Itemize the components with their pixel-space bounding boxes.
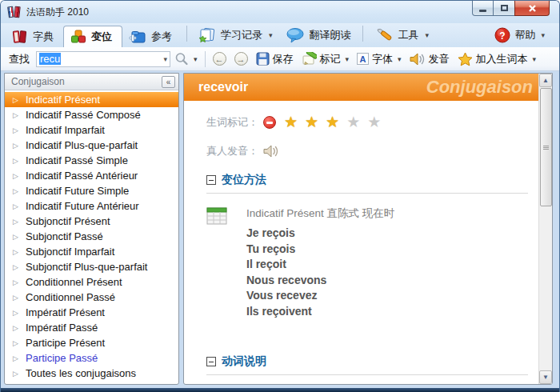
sidebar-item-label: Participe Présent (26, 337, 105, 349)
tools-button[interactable]: 工具 ▾ (368, 25, 436, 46)
font-label: 字体 (372, 52, 393, 66)
thumb-grip-icon (543, 145, 549, 150)
triangle-icon: ▷ (13, 142, 26, 150)
tools-label: 工具 (398, 28, 419, 42)
maximize-icon (501, 5, 508, 11)
rating-star[interactable]: ★ (367, 116, 383, 129)
content-area: Conjugaison « ▷Indicatif Présent ▷Indica… (1, 71, 559, 388)
minimize-icon (479, 10, 486, 12)
add-wordbook-button[interactable]: 加入生词本 ▾ (454, 50, 541, 69)
sidebar-item-subjonctif-plus-que-parfait[interactable]: ▷Subjonctif Plus-que-parfait (5, 259, 178, 274)
sidebar-item-participe-present[interactable]: ▷Participe Présent (5, 335, 178, 350)
sidebar-collapse-button[interactable]: « (162, 76, 175, 88)
sidebar-item-label: Indicatif Passé Simple (26, 154, 128, 166)
help-label: 帮助 (514, 28, 535, 42)
sidebar-item-indicatif-passe-simple[interactable]: ▷Indicatif Passé Simple (5, 153, 178, 168)
add-wordbook-label: 加入生词本 (476, 52, 528, 66)
sidebar-item-subjonctif-imparfait[interactable]: ▷Subjonctif Imparfait (5, 244, 178, 259)
sidebar-item-participe-passe[interactable]: ▷Participe Passé (5, 350, 178, 366)
forward-button[interactable]: → (230, 50, 252, 69)
maximize-button[interactable] (494, 1, 514, 16)
sidebar-item-label: Subjonctif Plus-que-parfait (26, 261, 147, 273)
study-record-button[interactable]: 学习记录 ▾ (192, 25, 279, 46)
rating-star[interactable]: ★ (326, 116, 342, 129)
sidebar-title: Conjugaison (11, 76, 162, 87)
mark-button[interactable]: 标记 ▾ (298, 50, 354, 69)
remove-mark-icon[interactable] (263, 116, 276, 129)
rating-star[interactable]: ★ (305, 116, 321, 129)
tense-list: ▷Indicatif Présent ▷Indicatif Passé Comp… (5, 90, 178, 384)
rating-star[interactable]: ★ (284, 116, 300, 129)
tab-dictionary[interactable]: 字典 (6, 26, 63, 47)
translate-read-button[interactable]: 翻译朗读 (279, 25, 358, 46)
sidebar-header: Conjugaison « (5, 74, 178, 90)
help-button[interactable]: ? 帮助 ▾ (488, 25, 551, 46)
sidebar-item-imperatif-passe[interactable]: ▷Impératif Passé (5, 320, 178, 335)
main-panel: recevoir Conjugaison 生词标记： ★ ★ ★ ★ ★ 真人发… (183, 73, 553, 385)
app-window: 法语助手 2010 字典 变位 (0, 0, 560, 392)
save-button[interactable]: 保存 (252, 50, 298, 69)
sidebar-item-label: Subjonctif Passé (26, 230, 103, 242)
tab-bar: 字典 变位 参考 学习记录 (1, 23, 559, 47)
tab-conjugation[interactable]: 变位 (63, 26, 122, 47)
watermark-text: Conjugaison (426, 77, 533, 98)
study-record-icon (198, 27, 216, 43)
sidebar-item-conditionnel-passe[interactable]: ▷Conditionnel Passé (5, 290, 178, 305)
entry-body: 生词标记： ★ ★ ★ ★ ★ 真人发音： (184, 101, 552, 375)
tab-dictionary-label: 字典 (33, 30, 54, 44)
svg-text:?: ? (500, 30, 506, 42)
sidebar-item-indicatif-plus-que-parfait[interactable]: ▷Indicatif Plus-que-parfait (5, 138, 178, 153)
sidebar-item-indicatif-future-anterieur[interactable]: ▷Indicatif Future Antérieur (5, 198, 178, 214)
save-label: 保存 (273, 52, 294, 66)
sidebar-item-indicatif-passe-compose[interactable]: ▷Indicatif Passé Composé (5, 107, 178, 122)
sidebar-item-indicatif-future-simple[interactable]: ▷Indicatif Future Simple (5, 183, 178, 198)
section-verb-notes: 动词说明 (206, 354, 528, 369)
triangle-icon: ▷ (13, 278, 26, 286)
sidebar-item-imperatif-present[interactable]: ▷Impératif Présent (5, 305, 178, 320)
triangle-icon: ▷ (13, 202, 26, 210)
conjugation-line: Vous recevez (246, 288, 394, 304)
sidebar-item-indicatif-passe-anterieur[interactable]: ▷Indicatif Passé Antérieur (5, 168, 178, 183)
close-button[interactable] (514, 1, 550, 16)
tab-conjugation-label: 变位 (91, 30, 112, 44)
section-conjugation-method: 变位方法 (206, 173, 528, 187)
sidebar-item-indicatif-present[interactable]: ▷Indicatif Présent (5, 92, 178, 107)
rating-star[interactable]: ★ (346, 116, 362, 129)
sidebar-item-label: Conditionnel Passé (26, 291, 115, 303)
chevron-down-icon: ▾ (346, 55, 350, 63)
minimize-button[interactable] (472, 1, 494, 16)
play-audio-icon[interactable] (263, 145, 279, 158)
titlebar: 法语助手 2010 (1, 1, 559, 23)
entry-header: recevoir Conjugaison (184, 74, 552, 101)
scrollbar-track[interactable] (539, 87, 552, 370)
tab-reference[interactable]: 参考 (122, 26, 182, 47)
sidebar-item-label: Indicatif Passé Composé (26, 109, 141, 121)
separator (186, 26, 187, 42)
scrollbar-thumb[interactable] (540, 88, 552, 206)
divider (206, 374, 528, 375)
sidebar-item-indicatif-imparfait[interactable]: ▷Indicatif Imparfait (5, 122, 178, 138)
books-icon (12, 30, 28, 44)
font-button[interactable]: A 字体 ▾ (353, 50, 406, 69)
search-button[interactable]: ▾ (170, 50, 202, 69)
chevron-down-icon: ▾ (269, 31, 273, 39)
scroll-down-button[interactable]: ▼ (539, 370, 552, 384)
translate-read-label: 翻译朗读 (310, 28, 351, 42)
collapse-section-icon[interactable] (206, 357, 216, 366)
collapse-section-icon[interactable] (206, 175, 216, 185)
combo-dropdown-icon[interactable]: ▾ (163, 55, 167, 63)
chevron-down-icon: ▾ (541, 31, 545, 39)
font-icon: A (357, 53, 369, 65)
sidebar-item-subjonctif-passe[interactable]: ▷Subjonctif Passé (5, 229, 178, 244)
sidebar-item-subjonctif-present[interactable]: ▷Subjonctif Présent (5, 214, 178, 229)
sidebar-item-conditionnel-present[interactable]: ▷Conditionnel Présent (5, 274, 178, 290)
sidebar-item-toutes-les-conjugaisons[interactable]: ▷Toutes les conjugaisons (5, 366, 178, 381)
pronounce-button[interactable]: 发音 (406, 50, 454, 69)
back-button[interactable]: ← (209, 50, 230, 69)
sidebar-item-label: Conditionnel Présent (26, 276, 122, 288)
search-input[interactable]: recu ▾ (36, 51, 170, 67)
scroll-up-button[interactable]: ▲ (539, 74, 552, 87)
triangle-icon: ▷ (13, 111, 26, 119)
vertical-scrollbar[interactable]: ▲ ▼ (538, 74, 552, 384)
forward-icon: → (234, 52, 248, 66)
